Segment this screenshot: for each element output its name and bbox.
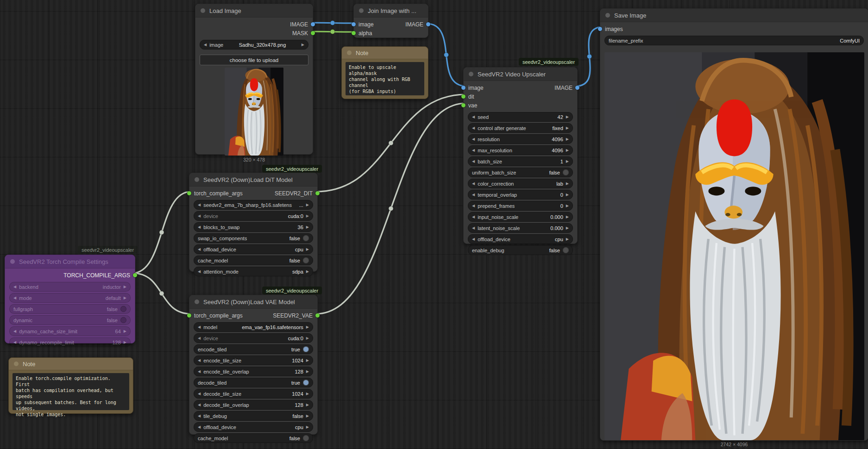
- toggle-dot[interactable]: [563, 247, 569, 253]
- decrement-arrow-icon[interactable]: ◀: [472, 149, 475, 152]
- increment-arrow-icon[interactable]: ▶: [306, 203, 309, 207]
- collapse-dot-icon[interactable]: [201, 8, 205, 13]
- decrement-arrow-icon[interactable]: ◀: [198, 425, 201, 429]
- node-note-bottom[interactable]: Note Enable torch.compile optimization. …: [8, 357, 133, 414]
- widget-seedvr2-ema-7b-sharp-fp16-safetens[interactable]: ◀seedvr2_ema_7b_sharp_fp16.safetens...▶: [194, 200, 313, 210]
- widget-blocks-to-swap[interactable]: ◀blocks_to_swap36▶: [194, 222, 313, 232]
- increment-arrow-icon[interactable]: ▶: [566, 226, 569, 230]
- decrement-arrow-icon[interactable]: ◀: [13, 296, 16, 300]
- widget-device[interactable]: ◀devicecuda:0▶: [194, 211, 313, 221]
- collapse-dot-icon[interactable]: [14, 362, 19, 366]
- widget-offload-device[interactable]: ◀offload_devicecpu▶: [468, 234, 573, 244]
- widget-tile-debug[interactable]: ◀tile_debugfalse▶: [194, 411, 313, 421]
- increment-arrow-icon[interactable]: ▶: [566, 215, 569, 219]
- widget-max-resolution[interactable]: ◀max_resolution4096▶: [468, 145, 573, 155]
- increment-arrow-icon[interactable]: ▶: [566, 204, 569, 208]
- increment-arrow-icon[interactable]: ▶: [566, 182, 569, 186]
- decrement-arrow-icon[interactable]: ◀: [472, 160, 475, 163]
- decrement-arrow-icon[interactable]: ◀: [13, 330, 16, 333]
- increment-arrow-icon[interactable]: ▶: [124, 296, 126, 300]
- toggle-dot[interactable]: [120, 317, 126, 323]
- widget-device[interactable]: ◀devicecuda:0▶: [194, 333, 313, 343]
- widget-prepend-frames[interactable]: ◀prepend_frames0▶: [468, 201, 573, 211]
- output-port-image[interactable]: [426, 22, 430, 26]
- widget-image[interactable]: ◀imageSadhu_320x478.png▶: [200, 40, 308, 50]
- decrement-arrow-icon[interactable]: ◀: [13, 341, 16, 344]
- node-save-header[interactable]: Save Image: [600, 9, 868, 22]
- output-port-mask[interactable]: [311, 31, 315, 35]
- collapse-dot-icon[interactable]: [10, 259, 15, 264]
- input-port-image[interactable]: [461, 86, 465, 90]
- widget-dynamic[interactable]: dynamicfalse: [9, 315, 131, 325]
- widget-encode-tile-size[interactable]: ◀encode_tile_size1024▶: [194, 355, 313, 365]
- node-note-top[interactable]: Note Enable to upscale alpha/mask channe…: [341, 46, 428, 99]
- input-port-image[interactable]: [352, 22, 356, 26]
- increment-arrow-icon[interactable]: ▶: [306, 337, 309, 340]
- widget-dynamo-cache-size-limit[interactable]: ◀dynamo_cache_size_limit64▶: [9, 326, 131, 336]
- decrement-arrow-icon[interactable]: ◀: [472, 237, 475, 241]
- collapse-dot-icon[interactable]: [605, 13, 610, 18]
- note-text[interactable]: Enable torch.compile optimization. First…: [13, 373, 129, 410]
- widget-cache-model[interactable]: cache_modelfalse: [194, 256, 313, 265]
- widget-input-noise-scale[interactable]: ◀input_noise_scale0.000▶: [468, 212, 573, 222]
- decrement-arrow-icon[interactable]: ◀: [472, 215, 475, 219]
- increment-arrow-icon[interactable]: ▶: [306, 325, 309, 329]
- widget-enable-debug[interactable]: enable_debugfalse: [468, 245, 573, 255]
- input-port-alpha[interactable]: [352, 31, 356, 35]
- increment-arrow-icon[interactable]: ▶: [306, 370, 309, 374]
- node-seedvr2-load-vae-model[interactable]: SeedVR2 (Down)Load VAE Model torch_compi…: [189, 295, 318, 435]
- increment-arrow-icon[interactable]: ▶: [306, 392, 309, 396]
- decrement-arrow-icon[interactable]: ◀: [472, 126, 475, 130]
- decrement-arrow-icon[interactable]: ◀: [198, 392, 201, 396]
- node-seedvr2-torch-compile-settings[interactable]: SeedVR2 Torch Compile Settings TORCH_COM…: [5, 255, 135, 343]
- increment-arrow-icon[interactable]: ▶: [306, 270, 309, 274]
- collapse-dot-icon[interactable]: [347, 50, 352, 55]
- decrement-arrow-icon[interactable]: ◀: [472, 204, 475, 208]
- increment-arrow-icon[interactable]: ▶: [306, 359, 309, 362]
- toggle-dot[interactable]: [563, 169, 569, 175]
- widget-encode-tile-overlap[interactable]: ◀encode_tile_overlap128▶: [194, 367, 313, 376]
- output-port-image[interactable]: [311, 22, 315, 26]
- node-load-image-header[interactable]: Load Image: [195, 4, 313, 18]
- increment-arrow-icon[interactable]: ▶: [566, 137, 569, 141]
- widget-dynamo-recompile-limit[interactable]: ◀dynamo_recompile_limit128▶: [9, 337, 131, 347]
- decrement-arrow-icon[interactable]: ◀: [472, 182, 475, 186]
- widget-seed[interactable]: ◀seed42▶: [468, 112, 573, 122]
- decrement-arrow-icon[interactable]: ◀: [198, 337, 201, 340]
- decrement-arrow-icon[interactable]: ◀: [198, 403, 201, 407]
- collapse-dot-icon[interactable]: [195, 299, 199, 304]
- widget-uniform-batch-size[interactable]: uniform_batch_sizefalse: [468, 168, 573, 177]
- node-join-image[interactable]: Join Image with ... image IMAGE alpha: [353, 4, 428, 38]
- widget-control-after-generate[interactable]: ◀control after generatefixed▶: [468, 123, 573, 133]
- output-port-seedvr2-dit[interactable]: [315, 191, 320, 195]
- toggle-dot[interactable]: [120, 306, 126, 312]
- decrement-arrow-icon[interactable]: ◀: [204, 43, 207, 47]
- node-save-image[interactable]: Save Image images filename_prefixComfyUI…: [600, 8, 868, 441]
- collapse-dot-icon[interactable]: [469, 72, 473, 76]
- note-header[interactable]: Note: [9, 358, 133, 370]
- increment-arrow-icon[interactable]: ▶: [566, 160, 569, 163]
- decrement-arrow-icon[interactable]: ◀: [198, 414, 201, 418]
- output-port-torch-compile-args[interactable]: [133, 273, 137, 277]
- increment-arrow-icon[interactable]: ▶: [306, 414, 309, 418]
- widget-offload-device[interactable]: ◀offload_devicecpu▶: [194, 422, 313, 432]
- increment-arrow-icon[interactable]: ▶: [124, 285, 126, 289]
- input-port-torch-compile-args[interactable]: [187, 313, 191, 318]
- decrement-arrow-icon[interactable]: ◀: [198, 225, 201, 229]
- widget-swap-io-components[interactable]: swap_io_componentsfalse: [194, 233, 313, 243]
- decrement-arrow-icon[interactable]: ◀: [198, 270, 201, 274]
- toggle-dot[interactable]: [303, 346, 309, 352]
- node-load-image[interactable]: Load Image IMAGE MASK ◀imageSadhu_320x47…: [195, 4, 313, 155]
- increment-arrow-icon[interactable]: ▶: [302, 43, 304, 47]
- decrement-arrow-icon[interactable]: ◀: [198, 359, 201, 362]
- node-seedvr2-video-upscaler[interactable]: SeedVR2 Video Upscaler image IMAGE dit v…: [463, 67, 578, 244]
- widget-decode-tile-overlap[interactable]: ◀decode_tile_overlap128▶: [194, 400, 313, 410]
- widget-color-correction[interactable]: ◀color_correctionlab▶: [468, 179, 573, 188]
- decrement-arrow-icon[interactable]: ◀: [198, 203, 201, 207]
- decrement-arrow-icon[interactable]: ◀: [13, 285, 16, 289]
- widget-attention-mode[interactable]: ◀attention_modesdpa▶: [194, 267, 313, 276]
- note-text[interactable]: Enable to upscale alpha/mask channel alo…: [346, 62, 424, 95]
- collapse-dot-icon[interactable]: [359, 8, 364, 13]
- input-port-vae[interactable]: [461, 103, 465, 107]
- choose-file-button[interactable]: choose file to upload: [200, 55, 308, 65]
